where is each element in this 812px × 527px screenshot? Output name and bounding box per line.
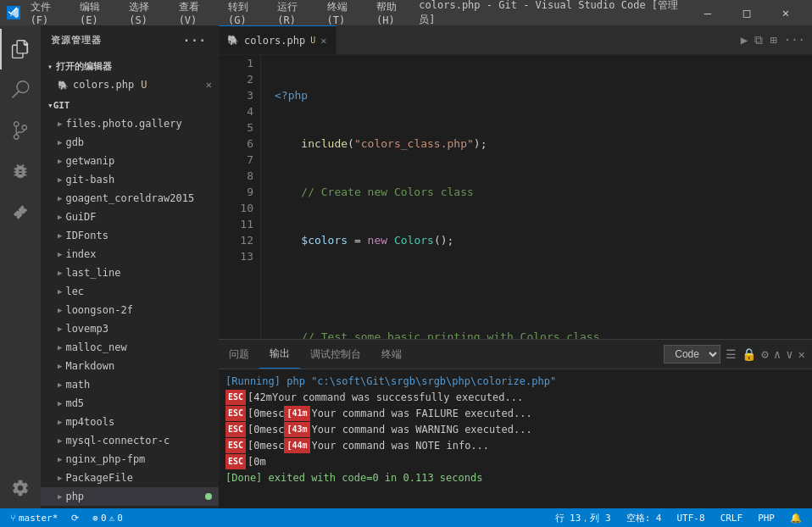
sidebar-item-index[interactable]: ▶ index [41, 245, 219, 264]
code-line-2: include("colors_class.php"); [275, 136, 812, 152]
sidebar-item-mp4tools[interactable]: ▶ mp4tools [41, 413, 219, 431]
status-bar: ⑂ master* ⟳ ⊗ 0 ⚠ 0 行 13，列 3 空格: 4 UTF-8… [0, 508, 812, 527]
panel-settings-icon[interactable]: ⚙ [761, 347, 768, 361]
sidebar-item-goagent[interactable]: ▶ goagent_coreldraw2015 [41, 189, 219, 208]
code-content[interactable]: <?php include("colors_class.php"); // Cr… [261, 55, 812, 339]
activity-extensions[interactable] [0, 191, 41, 232]
sidebar-more-icon[interactable]: ··· [181, 32, 209, 49]
panel-layout-icon[interactable]: ⊞ [770, 33, 776, 47]
git-item-arrow: ▶ [58, 138, 62, 147]
status-line-ending[interactable]: CRLF [717, 513, 747, 524]
status-git-branch[interactable]: ⑂ master* [7, 513, 61, 524]
menu-help[interactable]: 帮助(H) [371, 0, 419, 28]
more-actions-icon[interactable]: ··· [784, 33, 805, 47]
open-editors-header[interactable]: ▾ 打开的编辑器 [41, 57, 219, 75]
sidebar-item-lec[interactable]: ▶ lec [41, 282, 219, 301]
activity-debug[interactable] [0, 151, 41, 191]
line-num-10: 10 [219, 200, 253, 216]
run-icon[interactable]: ▶ [741, 33, 748, 47]
sidebar-item-md5[interactable]: ▶ md5 [41, 394, 219, 413]
git-item-label: IDFonts [65, 230, 108, 241]
git-item-arrow: ▶ [58, 306, 62, 314]
sidebar-item-markdown[interactable]: ▶ Markdown [41, 357, 219, 375]
minimize-button[interactable]: — [688, 0, 727, 25]
tab-file-icon: 🐘 [227, 35, 239, 46]
titlebar: 文件(F) 编辑(E) 选择(S) 查看(V) 转到(G) 运行(R) 终端(T… [0, 0, 812, 25]
sidebar-item-last-line[interactable]: ▶ last_line [41, 264, 219, 282]
sidebar-item-git-bash[interactable]: ▶ git-bash [41, 170, 219, 189]
sidebar-item-packagefile[interactable]: ▶ PackageFile [41, 469, 219, 487]
sidebar-item-gdb[interactable]: ▶ gdb [41, 133, 219, 152]
git-item-label: GuiDF [65, 211, 96, 223]
menu-edit[interactable]: 编辑(E) [75, 0, 122, 28]
esc-badge-2b: [41m [284, 406, 309, 421]
close-button[interactable]: ✕ [766, 0, 805, 25]
git-branch-icon: ⑂ [10, 513, 16, 524]
sidebar-item-nginx[interactable]: ▶ nginx_php-fpm [41, 450, 219, 469]
maximize-button[interactable]: □ [727, 0, 766, 25]
panel-tab-debug[interactable]: 调试控制台 [300, 340, 371, 369]
menu-select[interactable]: 选择(S) [124, 0, 171, 28]
menu-file[interactable]: 文件(F) [25, 0, 73, 28]
sidebar-item-mysql-connector[interactable]: ▶ mysql-connector-c [41, 431, 219, 450]
sidebar-item-idfonts[interactable]: ▶ IDFonts [41, 226, 219, 245]
open-editor-close[interactable]: ✕ [206, 79, 212, 91]
git-arrow: ▾ [47, 100, 53, 111]
menu-goto[interactable]: 转到(G) [223, 0, 270, 28]
status-language[interactable]: PHP [754, 513, 778, 524]
panel-lock-icon[interactable]: 🔒 [742, 347, 756, 361]
line-num-8: 8 [219, 168, 253, 184]
status-spaces[interactable]: 空格: 4 [623, 512, 665, 524]
git-item-label: mp4tools [65, 416, 114, 428]
output-running-text: [Running] php "c:\soft\Git\srgb\srgb\php… [225, 374, 556, 389]
status-sync[interactable]: ⟳ [68, 513, 82, 524]
status-right: 行 13，列 3 空格: 4 UTF-8 CRLF PHP 🔔 [552, 512, 806, 524]
split-editor-icon[interactable]: ⧉ [754, 33, 763, 47]
status-errors[interactable]: ⊗ 0 ⚠ 0 [89, 513, 126, 524]
git-item-arrow: ▶ [58, 492, 62, 501]
sidebar-item-malloc-new[interactable]: ▶ malloc_new [41, 338, 219, 357]
sidebar-item-guidf[interactable]: ▶ GuiDF [41, 208, 219, 226]
menu-terminal[interactable]: 终端(T) [322, 0, 370, 28]
activity-search[interactable] [0, 69, 41, 110]
activity-bar [0, 25, 41, 508]
sidebar-header: 资源管理器 ··· [41, 25, 219, 55]
activity-settings[interactable] [0, 468, 41, 508]
output-success: ESC[42mYour command was successfully exe… [225, 390, 805, 405]
git-item-arrow: ▶ [58, 119, 62, 128]
sidebar-item-math[interactable]: ▶ math [41, 375, 219, 394]
open-editors-section: ▾ 打开的编辑器 🐘 colors.php U ✕ [41, 55, 219, 96]
status-line-col[interactable]: 行 13，列 3 [552, 512, 615, 524]
output-note: ESC[0mesc[44mYour command was NOTE info.… [225, 438, 805, 453]
status-bell[interactable]: 🔔 [787, 513, 805, 524]
open-editor-colors-php[interactable]: 🐘 colors.php U ✕ [41, 75, 219, 94]
tab-modified-badge: U [310, 36, 315, 45]
sync-icon: ⟳ [71, 513, 79, 524]
sidebar-item-loongson[interactable]: ▶ loongson-2f [41, 301, 219, 319]
sidebar-item-lovemp3[interactable]: ▶ lovemp3 [41, 319, 219, 338]
sidebar-item-php[interactable]: ▶ php [41, 487, 219, 506]
panel-output-select[interactable]: Code [664, 345, 720, 363]
panel-tab-terminal[interactable]: 终端 [371, 340, 412, 369]
error-count: 0 [101, 513, 107, 524]
sidebar-item-files-photo-gallery[interactable]: ▶ files.photo.gallery [41, 114, 219, 133]
panel-down-icon[interactable]: ∨ [786, 347, 793, 361]
tab-colors-php[interactable]: 🐘 colors.php U ✕ [219, 25, 336, 54]
status-encoding[interactable]: UTF-8 [674, 513, 709, 524]
tab-close-button[interactable]: ✕ [320, 35, 326, 47]
git-item-label: mysql-connector-c [65, 435, 170, 447]
vscode-icon [7, 6, 20, 19]
panel-up-icon[interactable]: ∧ [774, 347, 781, 361]
menu-view[interactable]: 查看(V) [174, 0, 221, 28]
sidebar-item-getwanip[interactable]: ▶ getwanip [41, 152, 219, 170]
output-done-text: [Done] exited with code=0 in 0.113 secon… [225, 470, 482, 485]
menu-run[interactable]: 运行(R) [272, 0, 320, 28]
git-item-arrow: ▶ [58, 325, 62, 333]
panel-tab-output[interactable]: 输出 [259, 340, 300, 369]
panel-tab-problems[interactable]: 问题 [219, 340, 259, 369]
activity-explorer[interactable] [0, 29, 41, 69]
activity-source-control[interactable] [0, 110, 41, 151]
git-header[interactable]: ▾ GIT [41, 96, 219, 114]
panel-close-icon[interactable]: ✕ [798, 347, 805, 361]
panel-clear-icon[interactable]: ☰ [726, 347, 737, 361]
